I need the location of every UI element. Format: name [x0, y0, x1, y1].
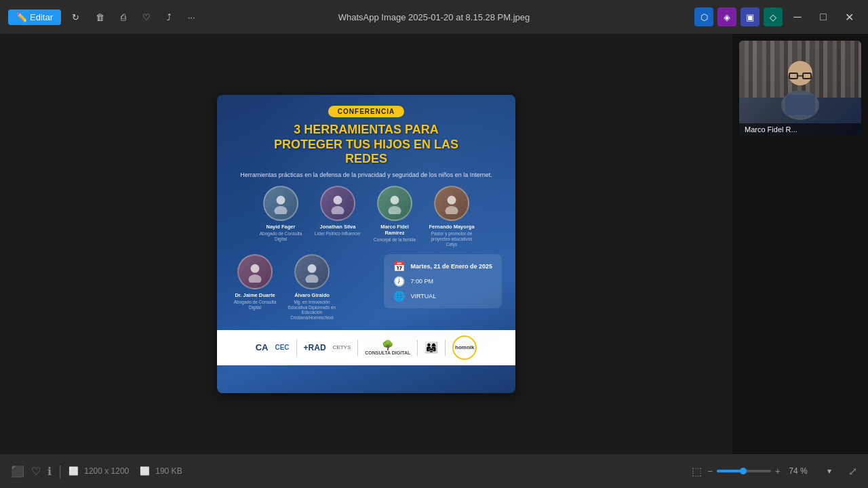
speaker-1-name: Nayid Fager [256, 224, 305, 230]
svg-point-4 [391, 196, 399, 205]
side-panel: Marco Fidel R... [732, 34, 868, 454]
speaker-1: Nayid Fager Abogado de Consulta Digital [256, 186, 305, 247]
person-icon [270, 192, 292, 214]
virtual-icon: 🌐 [393, 291, 405, 302]
event-date-row: 📅 Martes, 21 de Enero de 2025 [393, 261, 492, 272]
speaker-6-role: Mg. en Innovación Educativa Diplomado en… [288, 300, 336, 321]
image-viewer: CONFERENCIA 3 HERRAMIENTAS PARA PROTEGER… [0, 34, 732, 454]
event-time-row: 🕖 7:00 PM [393, 276, 492, 287]
share-button[interactable]: ⤴ [161, 9, 177, 25]
rotate-icon: ↻ [72, 12, 79, 22]
calendar-icon: 📅 [393, 261, 405, 272]
rotate-button[interactable]: ↻ [66, 9, 85, 25]
minimize-button[interactable]: ─ [787, 6, 808, 28]
svg-point-2 [334, 196, 342, 205]
zoom-in-button[interactable]: + [775, 466, 781, 476]
app-icon-2[interactable]: ◈ [717, 7, 736, 26]
heart-icon: ♡ [142, 12, 151, 22]
event-time: 7:00 PM [410, 278, 433, 285]
speakers-row1: Nayid Fager Abogado de Consulta Digital … [228, 186, 505, 247]
speaker-5-role: Abogado de Consulta Digital [231, 300, 279, 310]
speaker-3: Marco Fidel Ramírez Concejal de la famil… [370, 186, 419, 247]
speaker-6: Álvaro Giraldo Mg. en Innovación Educati… [288, 254, 336, 321]
video-tile: Marco Fidel R... [739, 41, 861, 136]
conference-badge: CONFERENCIA [328, 106, 404, 117]
status-left: ⬛ ♡ ℹ | ⬜ 1200 x 1200 ⬜ 190 KB [11, 464, 182, 479]
svg-point-5 [388, 206, 401, 214]
person-silhouette [773, 54, 827, 122]
delete-button[interactable]: 🗑 [90, 9, 110, 25]
file-title: WhatsApp Image 2025-01-20 at 8.15.28 PM.… [338, 12, 530, 22]
separator-1: | [58, 464, 62, 479]
speaker-5-name: Dr. Jaime Duarte [231, 292, 279, 298]
heart-status-icon[interactable]: ♡ [31, 465, 41, 478]
speaker-2: Jonathan Silva Líder Político Influencer [313, 186, 362, 247]
speaker-6-name: Álvaro Giraldo [288, 292, 336, 298]
monitor-icon[interactable]: ⬛ [11, 465, 24, 478]
status-right: ⬚ − + 74 % ▾ ⤢ [692, 465, 857, 478]
close-button[interactable]: ✕ [838, 6, 860, 28]
zoom-level: 74 % [785, 466, 812, 476]
person-icon [441, 192, 462, 214]
print-icon: ⎙ [121, 12, 126, 22]
person-icon [384, 192, 406, 214]
svg-point-0 [277, 196, 285, 205]
svg-point-11 [305, 274, 318, 283]
speaker-3-name: Marco Fidel Ramírez [370, 224, 419, 236]
svg-point-1 [274, 206, 287, 214]
speaker-5-avatar [237, 254, 273, 289]
svg-point-10 [308, 264, 317, 273]
speaker-4-avatar [434, 186, 469, 221]
file-dimensions: 1200 x 1200 [84, 466, 129, 476]
event-date: Martes, 21 de Enero de 2025 [410, 263, 492, 270]
speaker-1-avatar [263, 186, 298, 221]
edit-button[interactable]: ✏️ Editar [8, 9, 61, 25]
svg-rect-17 [785, 95, 815, 115]
separator-2: ⬜ [140, 466, 150, 476]
svg-point-9 [248, 274, 261, 283]
video-participant-name: Marco Fidel R... [739, 123, 861, 136]
info-icon[interactable]: ℹ [47, 465, 52, 478]
person-icon [301, 261, 323, 283]
speaker-4-name: Fernando Mayorga [427, 224, 476, 230]
edit-icon: ✏️ [16, 12, 27, 22]
speaker-3-avatar [377, 186, 412, 221]
more-icon: ··· [188, 12, 195, 22]
dimensions-icon: ⬜ [68, 466, 79, 476]
zoom-control: − + 74 % ▾ [707, 466, 843, 476]
person-icon [244, 261, 266, 283]
fullscreen-button[interactable]: ⤢ [848, 465, 857, 478]
view-mode-button[interactable]: ⬚ [692, 465, 702, 478]
more-button[interactable]: ··· [182, 9, 201, 25]
app-icon-1[interactable]: ⬡ [694, 7, 713, 26]
svg-point-8 [251, 264, 260, 273]
title-line3: REDES [228, 152, 505, 167]
speaker-3-role: Concejal de la familia [370, 237, 419, 243]
favorite-button[interactable]: ♡ [137, 9, 156, 25]
person-icon [327, 192, 349, 214]
zoom-out-button[interactable]: − [707, 466, 713, 476]
zoom-dropdown[interactable]: ▾ [816, 466, 843, 476]
speaker-2-name: Jonathan Silva [313, 224, 362, 230]
svg-point-7 [445, 206, 458, 214]
flyer-subtitle: Herramientas prácticas en la defensa de … [228, 171, 505, 180]
flyer-title-area: 3 HERRAMIENTAS PARA PROTEGER TUS HIJOS E… [228, 123, 505, 179]
video-frame: Marco Fidel R... [739, 41, 861, 136]
status-bar: ⬛ ♡ ℹ | ⬜ 1200 x 1200 ⬜ 190 KB ⬚ − + 74 … [0, 454, 868, 488]
file-size: 190 KB [155, 466, 182, 476]
maximize-button[interactable]: □ [812, 6, 834, 28]
speaker-5: Dr. Jaime Duarte Abogado de Consulta Dig… [231, 254, 279, 321]
speakers-row2-container: Dr. Jaime Duarte Abogado de Consulta Dig… [231, 254, 336, 321]
main-area: CONFERENCIA 3 HERRAMIENTAS PARA PROTEGER… [0, 34, 868, 454]
zoom-slider[interactable] [717, 470, 771, 472]
app-icon-3[interactable]: ▣ [741, 7, 760, 26]
title-line1: 3 HERRAMIENTAS PARA [228, 123, 505, 138]
event-format-row: 🌐 VIRTUAL [393, 291, 492, 302]
event-info: 📅 Martes, 21 de Enero de 2025 🕖 7:00 PM … [384, 254, 502, 308]
conference-flyer: CONFERENCIA 3 HERRAMIENTAS PARA PROTEGER… [217, 95, 515, 393]
speaker-1-role: Abogado de Consulta Digital [256, 231, 305, 242]
title-line2: PROTEGER TUS HIJOS EN LAS [228, 138, 505, 152]
toolbar-right: ⬡ ◈ ▣ ◇ ─ □ ✕ [694, 6, 860, 28]
app-icon-4[interactable]: ◇ [764, 7, 783, 26]
print-button[interactable]: ⎙ [115, 9, 132, 25]
